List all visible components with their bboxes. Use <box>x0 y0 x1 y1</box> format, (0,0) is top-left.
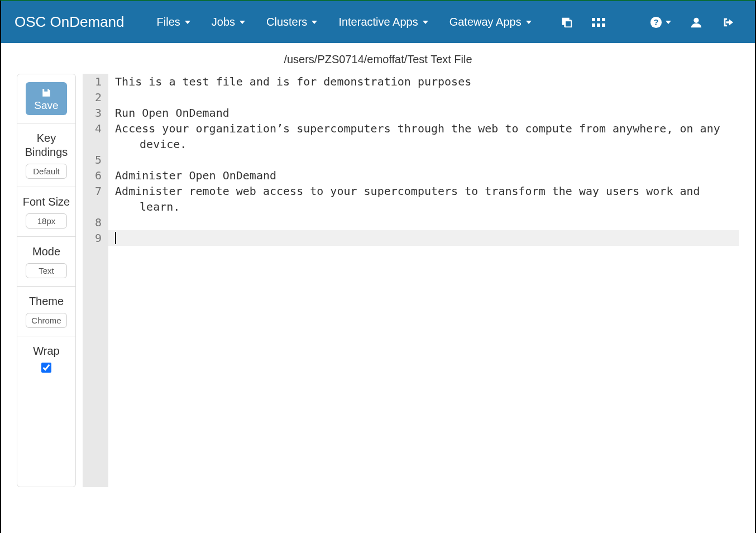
fontsize-label: Font Size <box>23 195 70 209</box>
file-path: /users/PZS0714/emoffat/Test Text File <box>1 43 755 74</box>
code-line: This is a test file and is for demonstra… <box>115 74 739 89</box>
theme-label: Theme <box>29 294 64 308</box>
chevron-down-icon <box>423 21 428 24</box>
keybindings-label: Key Bindings <box>21 131 72 159</box>
svg-rect-3 <box>597 18 600 21</box>
code-line: Administer remote web access to your sup… <box>115 183 739 215</box>
code-line: Access your organization’s supercomputer… <box>115 121 739 152</box>
sessions-icon[interactable] <box>554 16 580 28</box>
brand-title: OSC OnDemand <box>15 13 125 31</box>
nav-interactive-apps[interactable]: Interactive Apps <box>331 11 436 33</box>
save-button-label: Save <box>34 99 58 112</box>
svg-rect-7 <box>602 23 605 27</box>
svg-rect-6 <box>597 23 600 27</box>
wrap-checkbox[interactable] <box>41 363 51 373</box>
editor-gutter: 1234 567 89 <box>83 74 108 487</box>
svg-point-10 <box>693 17 698 22</box>
svg-rect-1 <box>565 21 571 27</box>
keybindings-select[interactable]: Default <box>26 164 67 179</box>
svg-rect-2 <box>592 18 595 21</box>
help-icon: ? <box>650 16 662 28</box>
svg-rect-5 <box>592 23 595 27</box>
nav-files-label: Files <box>157 16 180 28</box>
chevron-down-icon <box>666 21 671 24</box>
save-icon <box>41 88 51 98</box>
chevron-down-icon <box>240 21 245 24</box>
top-navbar: OSC OnDemand Files Jobs Clusters Interac… <box>1 1 755 43</box>
code-line <box>115 230 739 246</box>
svg-text:?: ? <box>654 17 659 26</box>
nav-gateway-label: Gateway Apps <box>449 16 521 28</box>
theme-select[interactable]: Chrome <box>26 313 67 328</box>
text-cursor <box>115 232 116 244</box>
code-line <box>115 89 739 105</box>
nav-jobs-label: Jobs <box>212 16 235 28</box>
user-icon[interactable] <box>683 16 709 28</box>
chevron-down-icon <box>526 21 532 24</box>
save-button[interactable]: Save <box>26 82 67 115</box>
svg-rect-4 <box>602 18 605 21</box>
apps-grid-icon[interactable] <box>585 17 612 28</box>
nav-files[interactable]: Files <box>149 11 198 33</box>
code-line: Run Open OnDemand <box>115 105 739 121</box>
nav-clusters-label: Clusters <box>266 16 307 28</box>
nav-help[interactable]: ? <box>643 16 678 28</box>
mode-select[interactable]: Text <box>26 263 67 278</box>
chevron-down-icon <box>312 21 317 24</box>
code-line <box>115 215 739 230</box>
editor-sidebar: Save Key Bindings Default Font Size Mode… <box>17 74 76 487</box>
editor-content[interactable]: This is a test file and is for demonstra… <box>108 74 739 487</box>
logout-icon[interactable] <box>715 16 741 28</box>
mode-label: Mode <box>32 245 60 259</box>
chevron-down-icon <box>185 21 190 24</box>
nav-gateway-apps[interactable]: Gateway Apps <box>442 11 539 33</box>
wrap-label: Wrap <box>33 344 59 358</box>
nav-jobs[interactable]: Jobs <box>204 11 253 33</box>
nav-clusters[interactable]: Clusters <box>259 11 325 33</box>
code-editor[interactable]: 1234 567 89 This is a test file and is f… <box>83 74 739 487</box>
code-line <box>115 152 739 168</box>
fontsize-input[interactable] <box>26 213 67 229</box>
code-line: Administer Open OnDemand <box>115 168 739 183</box>
nav-interactive-label: Interactive Apps <box>338 16 418 28</box>
